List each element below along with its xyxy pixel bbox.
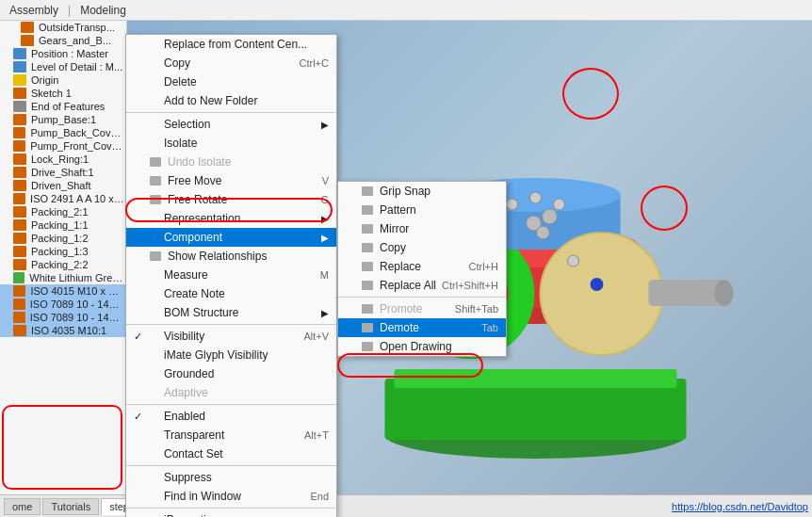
submenu-shortcut-5: Ctrl+Shift+H (442, 280, 498, 291)
submenu-item-replace[interactable]: ReplaceCtrl+H (338, 257, 506, 276)
tree-label-6: End of Features (31, 101, 105, 112)
svg-rect-30 (362, 281, 373, 290)
menu-item-measure[interactable]: MeasureM (126, 266, 336, 284)
tree-item-1[interactable]: Gears_and_B... (0, 34, 126, 47)
tree-item-22[interactable]: ISO 7089 10 - 140 H... (0, 311, 126, 324)
submenu-item-demote[interactable]: DemoteTab (338, 318, 506, 337)
svg-point-14 (530, 192, 542, 203)
menu-label-27: Find in Window (164, 490, 310, 503)
tree-icon-16 (13, 233, 26, 244)
menu-label-24: Contact Set (164, 447, 329, 460)
tree-item-0[interactable]: OutsideTransp... (0, 21, 126, 34)
menu-item-add-to-new-folder[interactable]: Add to New Folder (126, 91, 336, 110)
tree-item-4[interactable]: Origin (0, 73, 126, 87)
menu-item-representation[interactable]: Representation▶ (126, 209, 336, 228)
tree-item-17[interactable]: Packing_1:3 (0, 245, 126, 258)
tree-icon-13 (13, 193, 25, 204)
menu-item-suppress[interactable]: Suppress (126, 468, 336, 487)
tree-item-16[interactable]: Packing_1:2 (0, 232, 126, 245)
tree-icon-2 (13, 48, 26, 59)
tree-item-21[interactable]: ISO 7089 10 - 140 H... (0, 298, 126, 311)
menu-item-isolate[interactable]: Isolate (126, 134, 336, 153)
tree-item-12[interactable]: Driven_Shaft (0, 179, 126, 192)
menu-arrow-5: ▶ (321, 120, 329, 130)
menu-label-29: iProperties... (164, 513, 329, 517)
menu-label-18: iMate Glyph Visibility (164, 348, 329, 362)
submenu-item-mirror[interactable]: Mirror (338, 219, 506, 238)
menu-item-iproperties[interactable]: iProperties... (126, 510, 336, 517)
submenu-item-grip-snap[interactable]: Grip Snap (338, 182, 506, 201)
menu-item-selection[interactable]: Selection▶ (126, 115, 336, 134)
svg-point-15 (554, 199, 565, 210)
tree-label-9: Pump_Front_Cover... (30, 140, 124, 152)
menu-item-bom-structure[interactable]: BOM Structure▶ (126, 303, 336, 322)
menu-item-imate-glyph-visibility[interactable]: iMate Glyph Visibility (126, 346, 336, 364)
menu-item-delete[interactable]: Delete (126, 73, 336, 91)
svg-point-17 (591, 278, 604, 291)
submenu-label-5: Replace All (380, 279, 442, 292)
menu-item-transparent[interactable]: TransparentAlt+T (126, 426, 336, 444)
tree-item-9[interactable]: Pump_Front_Cover... (0, 139, 126, 153)
tree-item-23[interactable]: ISO 4035 M10:1 (0, 324, 126, 337)
submenu-label-0: Grip Snap (380, 185, 498, 198)
tree-label-11: Drive_Shaft:1 (31, 167, 94, 178)
tree-item-5[interactable]: Sketch 1 (0, 87, 126, 100)
menu-item-free-move[interactable]: Free MoveV (126, 171, 336, 190)
tree-item-7[interactable]: Pump_Base:1 (0, 113, 126, 126)
tree-icon-4 (13, 74, 26, 86)
menu-item-grounded[interactable]: Grounded (126, 364, 336, 383)
tree-label-16: Packing_1:2 (31, 233, 89, 244)
tree-icon-7 (13, 114, 26, 125)
tree-item-14[interactable]: Packing_2:1 (0, 205, 126, 218)
menu-item-enabled[interactable]: ✓Enabled (126, 407, 336, 426)
submenu-item-pattern[interactable]: Pattern (338, 201, 506, 219)
menu-item-replace-from-content-cen[interactable]: Replace from Content Cen... (126, 35, 336, 54)
url-link[interactable]: https://blog.csdn.net/Davidtop (672, 501, 808, 512)
main-layout: OutsideTransp...Gears_and_B...Position :… (0, 21, 812, 494)
menu-shortcut-17: Alt+V (303, 331, 329, 342)
tree-icon-12 (13, 180, 26, 191)
modeling-tab[interactable]: Modeling (76, 2, 130, 19)
tree-item-15[interactable]: Packing_1:1 (0, 218, 126, 232)
menu-label-1: Copy (164, 57, 300, 70)
tree-item-2[interactable]: Position : Master (0, 47, 126, 60)
context-menu: Replace from Content Cen...CopyCtrl+CDel… (125, 34, 337, 517)
assembly-tab[interactable]: Assembly (6, 2, 62, 19)
menu-label-23: Transparent (164, 428, 304, 442)
submenu-item-copy[interactable]: Copy (338, 238, 506, 257)
tree-item-18[interactable]: Packing_2:2 (0, 258, 126, 271)
menu-shortcut-8: V (322, 175, 329, 186)
tree-item-11[interactable]: Drive_Shaft:1 (0, 166, 126, 179)
menu-label-8: Free Move (168, 174, 322, 187)
tree-label-18: Packing_2:2 (31, 259, 89, 270)
tab-tutorials[interactable]: Tutorials (42, 498, 99, 515)
menu-item-free-rotate[interactable]: Free RotateG (126, 190, 336, 209)
menu-label-7: Undo Isolate (168, 155, 329, 169)
menu-label-2: Delete (164, 75, 329, 89)
tree-label-8: Pump_Back_Cover:1 (30, 127, 124, 138)
menu-label-13: Measure (164, 268, 320, 282)
menu-item-create-note[interactable]: Create Note (126, 284, 336, 303)
svg-rect-22 (150, 176, 161, 186)
menu-item-contact-set[interactable]: Contact Set (126, 444, 336, 463)
submenu-label-3: Copy (380, 241, 498, 254)
tree-item-20[interactable]: ISO 4015 M10 x 10... (0, 284, 126, 298)
submenu-item-open-drawing[interactable]: Open Drawing (338, 337, 506, 356)
menu-item-show-relationships[interactable]: Show Relationships (126, 247, 336, 266)
tree-label-12: Driven_Shaft (31, 180, 91, 191)
menu-item-visibility[interactable]: ✓VisibilityAlt+V (126, 327, 336, 346)
tree-item-8[interactable]: Pump_Back_Cover:1 (0, 126, 126, 139)
menu-item-component[interactable]: Component▶ (126, 228, 336, 247)
tree-icon-10 (13, 153, 26, 165)
menu-item-find-in-window[interactable]: Find in WindowEnd (126, 487, 336, 506)
tree-item-13[interactable]: ISO 2491 A A 10 x 6... (0, 192, 126, 205)
svg-rect-32 (362, 323, 373, 332)
tab-ome[interactable]: ome (4, 498, 41, 515)
tree-item-10[interactable]: Lock_Ring:1 (0, 153, 126, 166)
svg-rect-25 (362, 186, 373, 196)
tree-item-19[interactable]: White Lithium Grease... (0, 271, 126, 284)
submenu-item-replace-all[interactable]: Replace AllCtrl+Shift+H (338, 276, 506, 295)
menu-item-copy[interactable]: CopyCtrl+C (126, 54, 336, 73)
tree-item-6[interactable]: End of Features (0, 100, 126, 113)
tree-item-3[interactable]: Level of Detail : M... (0, 60, 126, 73)
